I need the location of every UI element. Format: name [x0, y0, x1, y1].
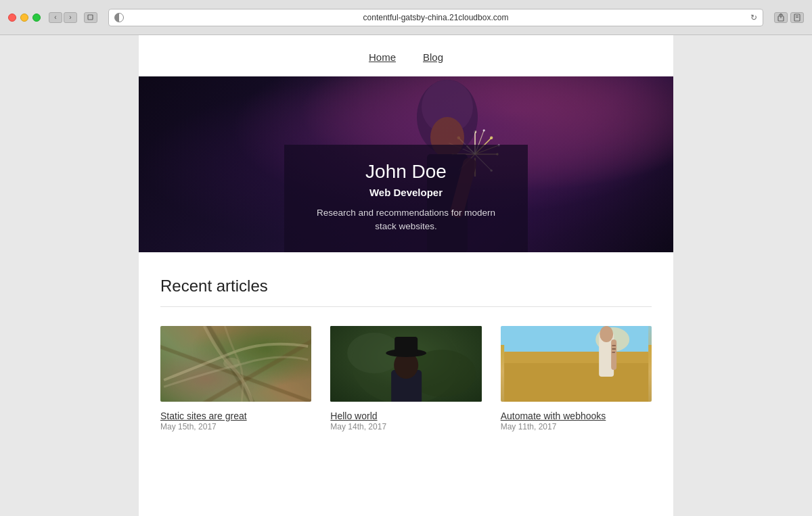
reload-button[interactable]: ↻	[750, 13, 757, 22]
article-title-2[interactable]: Hello world	[330, 411, 377, 421]
nav-blog[interactable]: Blog	[423, 51, 443, 63]
article-title-1[interactable]: Static sites are great	[160, 411, 247, 421]
site-nav: Home Blog	[139, 35, 673, 76]
nav-buttons: ‹ ›	[49, 12, 77, 23]
hero-description: Research and recommendations for modern …	[306, 206, 506, 234]
article-image-roads	[160, 326, 311, 402]
article-thumbnail-1	[160, 326, 311, 402]
svg-point-30	[223, 358, 240, 369]
page-wrapper: Home Blog	[0, 35, 812, 516]
browser-chrome: ‹ › contentful-gatsby-china.21cloudbox.c…	[0, 0, 812, 35]
article-image-hat	[330, 326, 481, 402]
hero-overlay: John Doe Web Developer Research and reco…	[284, 145, 528, 253]
svg-rect-44	[611, 339, 616, 370]
article-card-2[interactable]: Hello world May 14th, 2017	[330, 326, 481, 431]
svg-rect-37	[394, 337, 418, 354]
article-date-1: May 15th, 2017	[160, 422, 311, 431]
article-thumbnail-3	[501, 326, 652, 402]
traffic-lights	[8, 14, 41, 22]
svg-rect-0	[88, 15, 93, 20]
article-date-2: May 14th, 2017	[330, 422, 481, 431]
close-button[interactable]	[8, 14, 16, 22]
article-title-3[interactable]: Automate with webhooks	[501, 411, 606, 421]
address-bar[interactable]: contentful-gatsby-china.21cloudbox.com	[124, 13, 748, 22]
hero-name: John Doe	[306, 161, 506, 183]
article-image-field	[501, 326, 652, 402]
article-date-3: May 11th, 2017	[501, 422, 652, 431]
svg-rect-47	[612, 352, 615, 353]
svg-rect-40	[504, 363, 648, 402]
bookmarks-button[interactable]	[790, 12, 804, 23]
svg-rect-45	[612, 345, 616, 346]
maximize-button[interactable]	[32, 14, 41, 22]
articles-heading: Recent articles	[160, 277, 652, 296]
svg-point-43	[600, 326, 613, 342]
articles-section: Recent articles	[139, 252, 673, 464]
share-button[interactable]	[774, 12, 788, 23]
site-wrapper: Home Blog	[139, 35, 673, 516]
nav-home[interactable]: Home	[369, 51, 396, 63]
article-card-3[interactable]: Automate with webhooks May 11th, 2017	[501, 326, 652, 431]
hero-title: Web Developer	[306, 187, 506, 198]
address-bar-wrapper[interactable]: contentful-gatsby-china.21cloudbox.com ↻	[108, 9, 763, 26]
minimize-button[interactable]	[20, 14, 28, 22]
forward-button[interactable]: ›	[64, 12, 77, 23]
svg-rect-46	[612, 348, 616, 350]
article-thumbnail-2	[330, 326, 481, 402]
tab-button[interactable]	[84, 12, 97, 23]
article-card-1[interactable]: Static sites are great May 15th, 2017	[160, 326, 311, 431]
hero-banner: John Doe Web Developer Research and reco…	[139, 76, 673, 252]
back-button[interactable]: ‹	[49, 12, 62, 23]
articles-grid: Static sites are great May 15th, 2017	[160, 326, 652, 431]
articles-divider	[160, 306, 652, 307]
toolbar-right	[774, 12, 804, 23]
brightness-icon	[114, 13, 124, 22]
